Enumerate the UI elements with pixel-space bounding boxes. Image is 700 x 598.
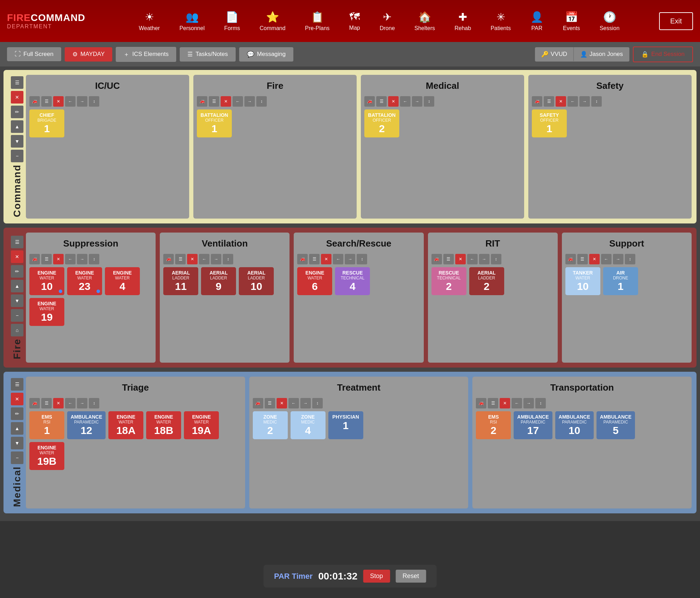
unit-card[interactable]: ENGINEWATER4 bbox=[105, 267, 140, 295]
nav-events[interactable]: 📅 Events bbox=[553, 7, 590, 35]
unit-card[interactable]: AERIALLADDER11 bbox=[163, 267, 198, 295]
nav-weather[interactable]: ☀ Weather bbox=[129, 7, 170, 35]
nav-forms[interactable]: 📄 Forms bbox=[214, 7, 250, 35]
ics-ctrl-2[interactable]: ✕ bbox=[321, 254, 331, 264]
ics-ctrl-4[interactable]: → bbox=[77, 96, 87, 107]
unit-card[interactable]: PHYSICIAN1 bbox=[328, 411, 363, 439]
par-reset-button[interactable]: Reset bbox=[395, 570, 426, 583]
nav-session[interactable]: 🕐 Session bbox=[590, 7, 629, 35]
ics-ctrl-1[interactable]: ☰ bbox=[41, 398, 52, 408]
ics-ctrl-0[interactable]: 🚒 bbox=[364, 96, 375, 107]
med-edit-btn[interactable]: ✏ bbox=[11, 407, 23, 420]
ics-ctrl-0[interactable]: 🚒 bbox=[29, 398, 40, 408]
unit-card[interactable]: ZONEMEDIC2 bbox=[253, 411, 288, 439]
unit-card[interactable]: ENGINEWATER19A bbox=[184, 411, 219, 439]
ics-elements-button[interactable]: ＋ ICS Elements bbox=[116, 47, 176, 62]
nav-drone[interactable]: ✈ Drone bbox=[370, 7, 405, 35]
med-close-btn[interactable]: ✕ bbox=[11, 393, 23, 405]
fire-minus-btn[interactable]: − bbox=[11, 309, 23, 322]
ics-ctrl-1[interactable]: ☰ bbox=[577, 254, 588, 264]
ics-ctrl-4[interactable]: → bbox=[579, 96, 590, 107]
ics-ctrl-5[interactable]: ↕ bbox=[491, 254, 501, 264]
ics-ctrl-1[interactable]: ☰ bbox=[209, 96, 219, 107]
cmd-minus-btn[interactable]: − bbox=[11, 150, 23, 162]
cmd-menu-btn[interactable]: ☰ bbox=[11, 76, 23, 89]
cmd-up-btn[interactable]: ▲ bbox=[11, 120, 23, 133]
ics-ctrl-4[interactable]: → bbox=[211, 254, 221, 264]
ics-ctrl-1[interactable]: ☰ bbox=[376, 96, 387, 107]
unit-card[interactable]: TANKERWATER10 bbox=[565, 267, 600, 295]
ics-ctrl-2[interactable]: ✕ bbox=[277, 398, 287, 408]
unit-card[interactable]: AMBULANCEPARAMEDIC12 bbox=[67, 411, 106, 439]
ics-ctrl-2[interactable]: ✕ bbox=[589, 254, 600, 264]
unit-card[interactable]: AERIALLADDER9 bbox=[201, 267, 236, 295]
nav-preplans[interactable]: 📋 Pre-Plans bbox=[295, 7, 339, 35]
nav-map[interactable]: 🗺 Map bbox=[340, 7, 370, 35]
ics-ctrl-5[interactable]: ↕ bbox=[591, 96, 602, 107]
ics-ctrl-2[interactable]: ✕ bbox=[53, 96, 64, 107]
ics-ctrl-3[interactable]: ← bbox=[65, 96, 76, 107]
unit-card[interactable]: AERIALLADDER2 bbox=[469, 267, 504, 295]
cmd-down-btn[interactable]: ▼ bbox=[11, 135, 23, 148]
ics-ctrl-5[interactable]: ↕ bbox=[89, 398, 99, 408]
exit-button[interactable]: Exit bbox=[659, 12, 693, 30]
unit-card[interactable]: ENGINEWATER6 bbox=[297, 267, 332, 295]
fire-menu-btn[interactable]: ☰ bbox=[11, 236, 23, 248]
ics-ctrl-4[interactable]: → bbox=[479, 254, 490, 264]
fire-home-btn[interactable]: ⌂ bbox=[11, 324, 23, 336]
ics-ctrl-1[interactable]: ☰ bbox=[41, 96, 52, 107]
unit-card[interactable]: ENGINEWATER23 bbox=[67, 267, 102, 295]
ics-ctrl-5[interactable]: ↕ bbox=[312, 398, 323, 408]
unit-card[interactable]: AERIALLADDER10 bbox=[239, 267, 274, 295]
ics-ctrl-2[interactable]: ✕ bbox=[388, 96, 399, 107]
nav-command[interactable]: ⭐ Command bbox=[250, 7, 295, 35]
ics-ctrl-0[interactable]: 🚒 bbox=[532, 96, 542, 107]
ics-ctrl-4[interactable]: → bbox=[345, 254, 355, 264]
mayday-button[interactable]: ⚙ MAYDAY bbox=[65, 47, 112, 62]
unit-card[interactable]: ENGINEWATER18A bbox=[108, 411, 143, 439]
nav-rehab[interactable]: ✚ Rehab bbox=[445, 7, 481, 35]
ics-ctrl-0[interactable]: 🚒 bbox=[197, 96, 207, 107]
cmd-close-btn[interactable]: ✕ bbox=[11, 91, 23, 104]
nav-patients[interactable]: ✳ Patients bbox=[481, 7, 521, 35]
unit-card[interactable]: AIRDRONE1 bbox=[603, 267, 638, 295]
ics-ctrl-0[interactable]: 🚒 bbox=[297, 254, 308, 264]
messaging-button[interactable]: 💬 Messaging bbox=[239, 47, 293, 62]
fire-up-btn[interactable]: ▲ bbox=[11, 280, 23, 292]
ics-ctrl-3[interactable]: ← bbox=[467, 254, 478, 264]
med-down-btn[interactable]: ▼ bbox=[11, 437, 23, 449]
unit-card[interactable]: AMBULANCEPARAMEDIC17 bbox=[514, 411, 552, 439]
vvud-label[interactable]: 🔑 VVUD bbox=[535, 47, 573, 62]
unit-card[interactable]: EMSRSI2 bbox=[476, 411, 511, 439]
unit-card[interactable]: ZONEMEDIC4 bbox=[291, 411, 326, 439]
ics-ctrl-0[interactable]: 🚒 bbox=[431, 254, 442, 264]
nav-shelters[interactable]: 🏠 Shelters bbox=[405, 7, 445, 35]
end-session-button[interactable]: 🔒 End Session bbox=[633, 47, 693, 62]
ics-ctrl-2[interactable]: ✕ bbox=[221, 96, 231, 107]
unit-card[interactable]: RESCUETECHNICAL2 bbox=[431, 267, 466, 295]
ics-ctrl-2[interactable]: ✕ bbox=[455, 254, 466, 264]
ics-ctrl-5[interactable]: ↕ bbox=[89, 96, 99, 107]
ics-ctrl-0[interactable]: 🚒 bbox=[29, 96, 40, 107]
ics-ctrl-2[interactable]: ✕ bbox=[53, 398, 64, 408]
ics-ctrl-3[interactable]: ← bbox=[199, 254, 209, 264]
med-minus-btn[interactable]: − bbox=[11, 451, 23, 464]
ics-ctrl-3[interactable]: ← bbox=[65, 254, 76, 264]
ics-ctrl-3[interactable]: ← bbox=[601, 254, 612, 264]
fire-close-btn[interactable]: ✕ bbox=[11, 250, 23, 263]
ics-ctrl-4[interactable]: → bbox=[244, 96, 255, 107]
fire-edit-btn[interactable]: ✏ bbox=[11, 265, 23, 278]
ics-ctrl-5[interactable]: ↕ bbox=[223, 254, 233, 264]
nav-par[interactable]: 👤 PAR bbox=[521, 7, 553, 35]
unit-card[interactable]: AMBULANCEPARAMEDIC5 bbox=[597, 411, 635, 439]
ics-ctrl-1[interactable]: ☰ bbox=[488, 398, 498, 408]
ics-ctrl-1[interactable]: ☰ bbox=[309, 254, 320, 264]
ics-ctrl-3[interactable]: ← bbox=[512, 398, 522, 408]
ics-ctrl-4[interactable]: → bbox=[523, 398, 534, 408]
ics-ctrl-1[interactable]: ☰ bbox=[443, 254, 454, 264]
unit-card[interactable]: RESCUETECHNICAL4 bbox=[335, 267, 370, 295]
fire-down-btn[interactable]: ▼ bbox=[11, 294, 23, 307]
ics-ctrl-3[interactable]: ← bbox=[333, 254, 343, 264]
ics-ctrl-0[interactable]: 🚒 bbox=[29, 254, 40, 264]
user-name[interactable]: 👤 Jason Jones bbox=[574, 47, 629, 62]
